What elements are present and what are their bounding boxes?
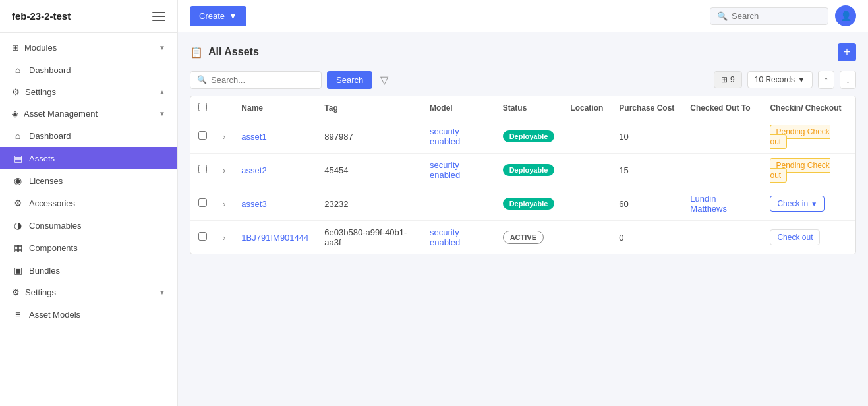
sidebar-item-components[interactable]: ▦ Components — [0, 237, 177, 259]
row-name-link[interactable]: asset3 — [241, 199, 266, 209]
header-model[interactable]: Model — [422, 96, 495, 120]
records-select[interactable]: 10 Records ▼ — [747, 71, 813, 88]
add-asset-button[interactable]: + — [838, 43, 856, 61]
asset-management-header[interactable]: ◈ Asset Management ▼ — [0, 103, 177, 125]
status-badge: Deployable — [503, 198, 555, 210]
sidebar-item-licenses[interactable]: ◉ Licenses — [0, 169, 177, 192]
assets-icon: ▤ — [12, 153, 24, 163]
sidebar-item-dashboard-sub[interactable]: ⌂ Dashboard — [0, 125, 177, 147]
sidebar-item-label: Asset Models — [29, 310, 80, 320]
table-row: ›asset245454security enabledDeployable15… — [190, 154, 855, 187]
row-location-cell — [562, 187, 611, 221]
row-purchase-cost-cell: 15 — [611, 154, 682, 187]
row-checkbox-cell — [190, 120, 215, 154]
row-expand-button[interactable]: › — [223, 233, 225, 243]
assets-table: Name Tag Model Status Location Purchase … — [190, 96, 856, 254]
row-tag-cell: 45454 — [316, 154, 422, 187]
row-action-cell: Pending Check out — [762, 154, 855, 187]
sidebar-item-consumables[interactable]: ◑ Consumables — [0, 214, 177, 237]
row-model-cell: security enabled — [422, 221, 495, 254]
row-name-link[interactable]: 1BJ791IM901444 — [241, 233, 308, 243]
table-search-button[interactable]: Search — [327, 71, 372, 89]
sidebar-item-dashboard-top[interactable]: ⌂ Dashboard — [0, 59, 177, 81]
row-model-link[interactable]: security enabled — [430, 160, 460, 180]
row-expand-button[interactable]: › — [223, 199, 225, 209]
status-badge: Deployable — [503, 164, 555, 176]
header-checked-out-to[interactable]: Checked Out To — [682, 96, 762, 120]
sidebar-header: feb-23-2-test — [0, 0, 177, 33]
row-model-cell: security enabled — [422, 154, 495, 187]
row-model-link[interactable]: security enabled — [430, 227, 460, 247]
settings-section-header[interactable]: ⚙ Settings ▲ — [0, 81, 177, 103]
export-up-button[interactable]: ↑ — [818, 71, 834, 89]
modules-section-header[interactable]: ⊞ Modules ▼ — [0, 37, 177, 59]
select-all-checkbox[interactable] — [198, 103, 207, 111]
header-tag[interactable]: Tag — [316, 96, 422, 120]
row-checked-out-to-cell — [682, 120, 762, 154]
header-location[interactable]: Location — [562, 96, 611, 120]
asset-mgmt-icon: ◈ — [12, 109, 18, 119]
sidebar-item-assets[interactable]: ▤ Assets — [0, 147, 177, 169]
settings-icon: ⚙ — [12, 87, 20, 97]
bundles-icon: ▣ — [12, 265, 24, 276]
table-toolbar: 🔍 Search ▽ ⊞ 9 10 Records ▼ ↑ ↓ — [190, 71, 856, 89]
row-expand-button[interactable]: › — [223, 132, 225, 142]
table-search-input[interactable] — [211, 75, 314, 85]
checkout-button[interactable]: Check out — [770, 229, 820, 245]
pending-checkout-label: Pending Check out — [770, 158, 829, 183]
row-status-cell: Deployable — [495, 154, 563, 187]
status-badge: ACTIVE — [503, 231, 544, 244]
row-checkbox[interactable] — [198, 232, 207, 241]
topbar-left: Create ▼ — [190, 6, 246, 26]
header-status[interactable]: Status — [495, 96, 563, 120]
content-area: 📋 All Assets + 🔍 Search ▽ ⊞ 9 — [178, 32, 868, 406]
header-purchase-cost[interactable]: Purchase Cost — [611, 96, 682, 120]
modules-chevron: ▼ — [159, 44, 165, 51]
filter-icon[interactable]: ▽ — [378, 71, 391, 89]
table-row: ›asset323232Deployable60Lundin MatthewsC… — [190, 187, 855, 221]
user-avatar[interactable]: 👤 — [835, 5, 856, 26]
sidebar-item-asset-models[interactable]: ≡ Asset Models — [0, 303, 177, 326]
row-name-link[interactable]: asset1 — [241, 132, 266, 142]
row-name-link[interactable]: asset2 — [241, 165, 266, 175]
row-action-cell: Check in ▼ — [762, 187, 855, 221]
row-checkbox[interactable] — [198, 198, 207, 207]
sidebar-item-label: Consumables — [29, 221, 82, 231]
settings-chevron: ▲ — [159, 88, 165, 96]
row-checkbox[interactable] — [198, 165, 207, 173]
header-select-all[interactable] — [190, 96, 215, 120]
row-model-link[interactable]: security enabled — [430, 127, 460, 146]
topbar-search-input[interactable] — [732, 11, 821, 21]
main-content: Create ▼ 🔍 👤 📋 All Assets + — [178, 0, 868, 406]
user-icon: 👤 — [840, 11, 852, 21]
pending-checkout-label: Pending Check out — [770, 125, 829, 149]
row-expand-cell: › — [215, 221, 233, 254]
header-checkin-checkout[interactable]: Checkin/ Checkout — [762, 96, 855, 120]
sidebar-item-bundles[interactable]: ▣ Bundles — [0, 259, 177, 281]
row-action-cell: Pending Check out — [762, 120, 855, 154]
sidebar-item-label: Dashboard — [29, 65, 71, 75]
page-header: 📋 All Assets + — [190, 43, 856, 61]
row-action-cell: Check out — [762, 221, 855, 254]
settings-sub-header[interactable]: ⚙ Settings ▼ — [0, 281, 177, 303]
topbar-search[interactable]: 🔍 — [710, 7, 828, 25]
settings-sub-label: Settings — [25, 287, 56, 297]
sidebar-item-accessories[interactable]: ⚙ Accessories — [0, 192, 177, 214]
row-checkbox[interactable] — [198, 131, 207, 140]
row-expand-button[interactable]: › — [223, 165, 225, 175]
hamburger-menu[interactable] — [152, 12, 165, 21]
table-row: ›asset1897987security enabledDeployable1… — [190, 120, 855, 154]
consumables-icon: ◑ — [12, 220, 24, 231]
create-button[interactable]: Create ▼ — [190, 6, 246, 26]
table-header-row: Name Tag Model Status Location Purchase … — [190, 96, 855, 120]
asset-models-icon: ≡ — [12, 309, 24, 320]
checkin-button[interactable]: Check in ▼ — [770, 196, 825, 212]
licenses-icon: ◉ — [12, 175, 24, 186]
asset-mgmt-label: Asset Management — [24, 109, 98, 119]
export-down-button[interactable]: ↓ — [840, 71, 856, 89]
toolbar-right: ⊞ 9 10 Records ▼ ↑ ↓ — [714, 71, 856, 89]
header-name[interactable]: Name — [233, 96, 316, 120]
columns-button[interactable]: ⊞ 9 — [714, 71, 742, 88]
sidebar-item-label: Dashboard — [29, 131, 71, 141]
sidebar-section-modules: ⊞ Modules ▼ ⌂ Dashboard ⚙ Settings ▲ ◈ A… — [0, 33, 177, 330]
